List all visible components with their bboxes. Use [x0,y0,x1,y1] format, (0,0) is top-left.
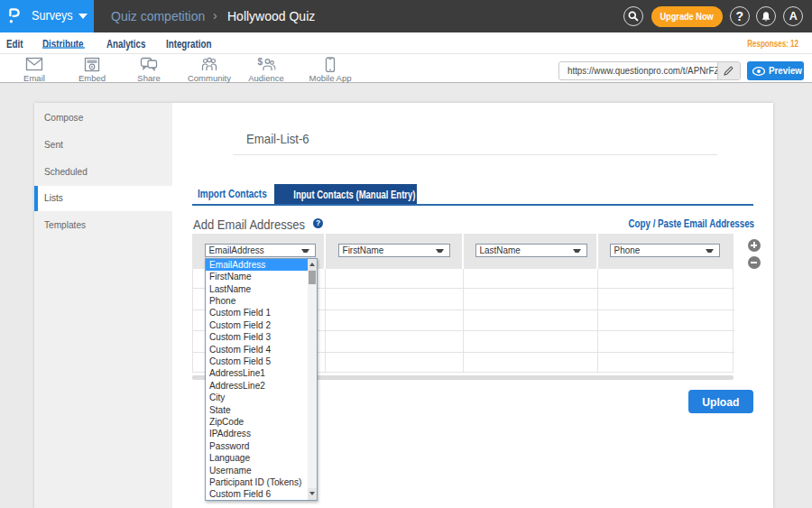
svg-text:$: $ [258,57,263,67]
